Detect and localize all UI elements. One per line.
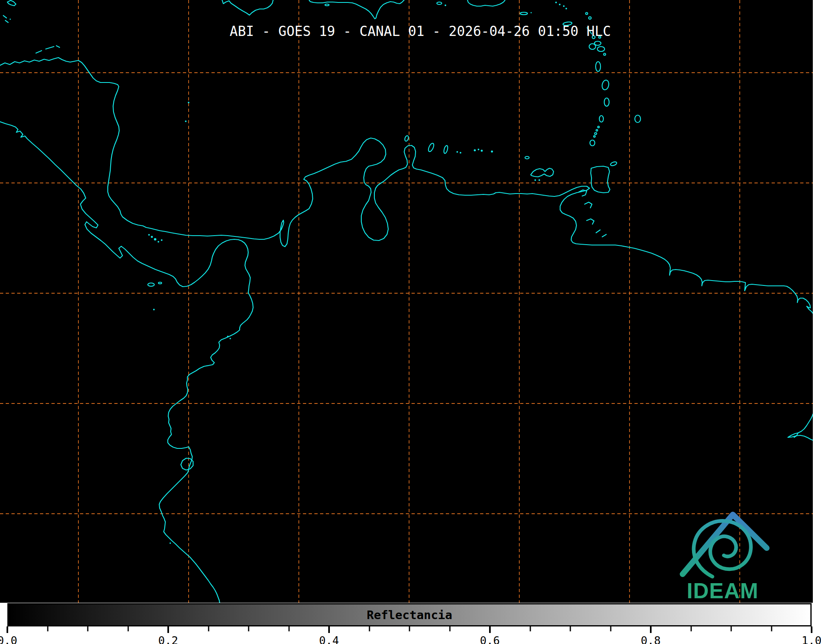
- island-tobago: [610, 161, 617, 167]
- islet-hispaniola-south: [325, 4, 329, 6]
- island-coche: [538, 179, 540, 181]
- island-virgin-2: [559, 4, 561, 5]
- colorbar-minor-tick: [530, 626, 531, 631]
- island-guadeloupe-west: [589, 44, 596, 49]
- island-las-aves-1: [456, 151, 458, 153]
- island-culebra: [531, 12, 532, 13]
- colorbar-minor-tick: [288, 626, 289, 631]
- colorbar-tick-label: 0.6: [480, 634, 500, 644]
- colorbar-major-tick: [489, 626, 491, 633]
- delta-channel-5: [602, 234, 606, 237]
- island-cubagua: [534, 179, 536, 181]
- island-st-lucia: [604, 98, 609, 106]
- island-gorgona-1: [227, 336, 229, 337]
- island-la-orchila: [491, 151, 493, 153]
- coastline-amazon-south: [788, 435, 813, 440]
- colorbar-major-tick: [167, 626, 169, 633]
- fragment-top-left-curl: [7, 0, 16, 6]
- fragment-top-left-2: [5, 20, 8, 22]
- colorbar-major-tick: [650, 626, 652, 633]
- island-guadeloupe-east: [597, 47, 605, 51]
- map-title: ABI - GOES 19 - CANAL 01 - 2026-04-26 01…: [230, 23, 611, 39]
- colorbar-minor-tick: [248, 626, 249, 631]
- colorbar-tick-label: 0.4: [319, 634, 339, 644]
- island-dot-1: [445, 4, 446, 6]
- delta-channel-4: [596, 230, 600, 233]
- island-martinique: [601, 80, 610, 91]
- colorbar: Reflectancia 0.00.20.40.60.81.0: [7, 603, 812, 644]
- colorbar-minor-tick: [369, 626, 370, 631]
- colorbar-label: Reflectancia: [367, 608, 452, 622]
- island-st-eustatius: [589, 17, 591, 19]
- colorbar-minor-tick: [47, 626, 48, 631]
- island-grenadines-3: [595, 133, 597, 135]
- island-puna: [181, 458, 193, 470]
- ideam-logo-text: IDEAM: [687, 578, 759, 603]
- island-grenadines-2: [596, 129, 598, 131]
- island-pearl-5: [161, 239, 162, 241]
- ideam-logo: IDEAM: [665, 506, 780, 603]
- colorbar-tick-label: 0.8: [641, 634, 661, 644]
- coastline-amazon-north: [788, 414, 813, 437]
- island-grenada: [590, 140, 595, 146]
- delta-channel-3: [587, 219, 594, 224]
- island-los-roques-1: [474, 149, 476, 152]
- colorbar-tick-row: [7, 626, 812, 634]
- island-pearl-3: [154, 238, 156, 241]
- island-virgin-4: [565, 8, 567, 9]
- island-gorgona-2: [229, 338, 231, 339]
- coastline-hispaniola: [309, 0, 404, 19]
- island-grenadines-4: [594, 136, 595, 137]
- island-saba: [586, 13, 588, 15]
- island-malpelo: [153, 309, 155, 310]
- colorbar-minor-tick: [731, 626, 732, 631]
- island-utila: [56, 46, 60, 47]
- colorbar-minor-tick: [610, 626, 611, 631]
- island-roatan: [36, 51, 42, 53]
- island-la-tortuga: [525, 156, 529, 159]
- island-virgin-3: [563, 5, 565, 7]
- colorbar-major-tick: [328, 626, 330, 633]
- delta-channel-2: [585, 202, 592, 208]
- colorbar-minor-tick: [127, 626, 129, 631]
- fragment-top-left-dot: [10, 19, 11, 20]
- island-margarita: [531, 168, 554, 177]
- colorbar-gradient: Reflectancia: [7, 603, 812, 626]
- colorbar-tick-label: 1.0: [802, 634, 821, 644]
- island-barbados: [635, 115, 641, 123]
- island-aruba: [404, 135, 409, 142]
- island-guanaja: [46, 47, 54, 49]
- coastline-puerto-rico: [467, 0, 505, 6]
- island-lobos: [169, 542, 171, 544]
- island-pearl-1: [148, 234, 150, 236]
- island-virgin-1: [555, 2, 557, 3]
- island-las-aves-2: [460, 152, 461, 154]
- island-bonaire: [443, 145, 449, 154]
- island-vieques: [520, 12, 527, 15]
- coastline-jamaica: [222, 0, 273, 15]
- satellite-map-area: ABI - GOES 19 - CANAL 01 - 2026-04-26 01…: [0, 0, 813, 603]
- island-coiba: [148, 283, 154, 286]
- colorbar-minor-tick: [771, 626, 772, 631]
- colorbar-minor-tick: [208, 626, 209, 631]
- island-marie-galante: [604, 53, 606, 56]
- colorbar-tick-labels: 0.00.20.40.60.81.0: [7, 634, 812, 644]
- coastline-pacific-mainland: [0, 122, 253, 603]
- island-pearl-2: [151, 236, 153, 238]
- colorbar-major-tick: [7, 626, 8, 633]
- island-pearl-4: [158, 241, 159, 243]
- island-san-andres: [185, 120, 187, 122]
- colorbar-tick-label: 0.2: [158, 634, 178, 644]
- island-st-vincent: [599, 116, 603, 122]
- colorbar-minor-tick: [690, 626, 692, 631]
- figure-page: ABI - GOES 19 - CANAL 01 - 2026-04-26 01…: [0, 0, 821, 644]
- colorbar-tick-label: 0.0: [0, 634, 17, 644]
- island-cebaco: [158, 282, 162, 284]
- island-trinidad: [591, 166, 610, 193]
- island-curacao: [427, 143, 435, 152]
- island-grenadines-1: [598, 126, 599, 128]
- island-los-roques-3: [481, 150, 483, 152]
- coastline-caribbean-mainland: [0, 58, 813, 313]
- fragment-top-left-1: [3, 16, 7, 18]
- colorbar-minor-tick: [87, 626, 89, 631]
